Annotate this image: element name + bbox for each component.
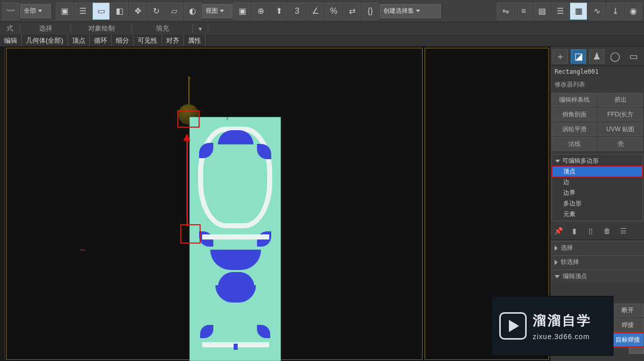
rollout-softselection-label: 软选择 bbox=[561, 258, 579, 266]
modifier-list-label[interactable]: 修改器列表 bbox=[551, 77, 644, 92]
motion-tab-icon[interactable]: ◯ bbox=[607, 49, 623, 64]
object-name-field[interactable]: Rectangle001 bbox=[551, 66, 644, 77]
mirror-icon[interactable]: ⇋ bbox=[497, 3, 514, 20]
modify-tab-icon[interactable]: ◪ bbox=[571, 49, 586, 64]
ornament-swash-3 bbox=[215, 285, 256, 303]
configure-sets-icon[interactable]: ☰ bbox=[618, 225, 629, 236]
annotation-redbox-bottom bbox=[180, 224, 201, 244]
tab-loop[interactable]: 循环 bbox=[90, 35, 112, 46]
pin-stack-icon[interactable]: 📌 bbox=[553, 225, 564, 236]
modbtn-normal[interactable]: 法线 bbox=[552, 137, 597, 151]
brush-icon[interactable]: 〰 bbox=[2, 3, 19, 20]
modifier-quick-buttons: 编辑样条线 挤出 倒角剖面 FFD(长方 涡轮平滑 UVW 贴图 法线 壳 bbox=[551, 92, 644, 152]
ribbon-header-row: 式 选择 对象绘制 填充 ▾ bbox=[0, 22, 644, 35]
rollout-caret-icon bbox=[555, 260, 558, 265]
ornament-corner-br2 bbox=[257, 325, 270, 338]
filter-dropdown-label: 全部 bbox=[24, 7, 36, 15]
align-icon[interactable]: ≡ bbox=[515, 3, 532, 20]
caret-down-icon bbox=[220, 10, 224, 12]
modbtn-editspline[interactable]: 编辑样条线 bbox=[552, 93, 597, 107]
stack-item-border[interactable]: 边界 bbox=[552, 188, 642, 198]
rollout-selection[interactable]: 选择 bbox=[551, 241, 644, 254]
break-button[interactable]: 断开 bbox=[611, 304, 644, 317]
viewport-left[interactable]: ～ z x bbox=[6, 48, 423, 360]
squiggle-marker: ～ bbox=[79, 245, 87, 255]
select-name-icon[interactable]: ☰ bbox=[74, 3, 91, 20]
named-selset-dropdown[interactable]: 创建选择集 bbox=[380, 4, 441, 18]
modbtn-uvwmap[interactable]: UVW 贴图 bbox=[598, 123, 643, 136]
ribbon-group-fill: 填充 bbox=[132, 24, 193, 33]
rotate-icon[interactable]: ↻ bbox=[147, 3, 165, 20]
angle-snap-icon[interactable]: ∠ bbox=[307, 3, 324, 20]
stack-root[interactable]: 可编辑多边形 bbox=[552, 156, 642, 166]
stack-item-element[interactable]: 元素 bbox=[552, 209, 642, 220]
tab-subdiv[interactable]: 细分 bbox=[112, 35, 134, 46]
tab-align[interactable]: 对齐 bbox=[162, 35, 184, 46]
manipulate-icon[interactable]: ⊕ bbox=[252, 3, 269, 20]
viewport-wrap: ～ z x bbox=[5, 47, 550, 361]
ribbon-tab-row: 编辑 几何体(全部) 顶点 循环 细分 可见性 对齐 属性 bbox=[0, 35, 644, 47]
schematic-icon[interactable]: ⤓ bbox=[606, 3, 624, 20]
stack-item-polygon[interactable]: 多边形 bbox=[552, 198, 642, 209]
material-icon[interactable]: ◉ bbox=[625, 3, 642, 20]
ornament-swash-1 bbox=[210, 250, 261, 270]
watermark-text: 溜溜自学 zixue.3d66.com bbox=[533, 312, 592, 341]
rollout-softselection[interactable]: 软选择 bbox=[551, 255, 644, 268]
ref-coord-dropdown[interactable]: 视图 bbox=[202, 4, 233, 18]
tab-geometry-all[interactable]: 几何体(全部) bbox=[22, 35, 68, 46]
stack-toolbar: 📌 ▮ ▯ 🗑 ☰ bbox=[551, 222, 644, 240]
tab-visibility[interactable]: 可见性 bbox=[134, 35, 162, 46]
toolbar-right-segment: ⇋ ≡ ▤ ☰ ▦ ∿ ⤓ ◉ bbox=[497, 3, 642, 20]
annotation-arrow-line bbox=[186, 135, 188, 226]
rollout-editvertex[interactable]: 编辑顶点 bbox=[551, 269, 644, 283]
model-rectangle[interactable] bbox=[189, 117, 281, 361]
keyboard-shortcut-icon[interactable]: ⬆ bbox=[270, 3, 287, 20]
display-tab-icon[interactable]: ▭ bbox=[626, 49, 641, 64]
scale-icon[interactable]: ▱ bbox=[166, 3, 183, 20]
annotation-arrow-head bbox=[183, 134, 190, 141]
window-crossing-icon[interactable]: ◧ bbox=[111, 3, 128, 20]
move-icon[interactable]: ✥ bbox=[129, 3, 146, 20]
spinner-snap-icon[interactable]: ⇄ bbox=[343, 3, 361, 20]
modbtn-shell[interactable]: 壳 bbox=[598, 137, 643, 151]
rollout-editvertex-label: 编辑顶点 bbox=[563, 272, 587, 281]
modbtn-bevelprofile[interactable]: 倒角剖面 bbox=[552, 108, 597, 122]
modbtn-extrude[interactable]: 挤出 bbox=[598, 93, 643, 107]
stack-item-vertex[interactable]: 顶点 bbox=[552, 166, 642, 177]
layer-icon[interactable]: ▤ bbox=[533, 3, 551, 20]
percent-snap-icon[interactable]: % bbox=[325, 3, 342, 20]
tab-edit[interactable]: 编辑 bbox=[0, 35, 22, 46]
hierarchy-tab-icon[interactable]: ♟ bbox=[589, 49, 604, 64]
show-end-result-icon[interactable]: ▮ bbox=[569, 225, 580, 236]
explorer-icon[interactable]: ☰ bbox=[552, 3, 569, 20]
ref-coord-label: 视图 bbox=[206, 7, 218, 15]
tab-props[interactable]: 属性 bbox=[184, 35, 206, 46]
left-strip bbox=[0, 47, 5, 361]
caret-down-icon bbox=[38, 10, 42, 12]
select-rect-icon[interactable]: ▭ bbox=[92, 3, 110, 20]
modbtn-ffdbox[interactable]: FFD(长方 bbox=[598, 108, 643, 122]
panel-scroll-nub[interactable] bbox=[629, 348, 644, 354]
ribbon-group-dropdown[interactable]: ▾ bbox=[193, 25, 208, 33]
create-tab-icon[interactable]: ＋ bbox=[553, 49, 568, 64]
pivot-icon[interactable]: ▣ bbox=[234, 3, 251, 20]
ornament-corner-bl2 bbox=[200, 325, 213, 338]
ribbon-toggle-icon[interactable]: ▦ bbox=[570, 3, 587, 20]
tab-vertex[interactable]: 顶点 bbox=[68, 35, 90, 46]
weld-button[interactable]: 焊接 bbox=[611, 318, 644, 332]
filter-dropdown[interactable]: 全部 bbox=[20, 4, 51, 18]
stack-item-edge[interactable]: 边 bbox=[552, 177, 642, 188]
caret-down-icon bbox=[416, 10, 420, 12]
remove-modifier-icon[interactable]: 🗑 bbox=[601, 225, 613, 236]
axis-x-label: x bbox=[226, 115, 229, 121]
select-object-icon[interactable]: ▣ bbox=[56, 3, 73, 20]
modbtn-turbosmooth[interactable]: 涡轮平滑 bbox=[552, 123, 597, 136]
make-unique-icon[interactable]: ▯ bbox=[585, 225, 596, 236]
curve-editor-icon[interactable]: ∿ bbox=[588, 3, 605, 20]
snap-toggle-icon[interactable]: 3 bbox=[288, 3, 306, 20]
edit-named-sel-icon[interactable]: {} bbox=[362, 3, 379, 20]
placement-icon[interactable]: ◐ bbox=[184, 3, 201, 20]
stack-root-label: 可编辑多边形 bbox=[562, 157, 599, 165]
target-weld-button[interactable]: 目标焊接 bbox=[611, 333, 644, 347]
main-toolbar: 〰 全部 ▣ ☰ ▭ ◧ ✥ ↻ ▱ ◐ 视图 ▣ ⊕ ⬆ 3 ∠ % ⇄ {}… bbox=[0, 0, 644, 22]
